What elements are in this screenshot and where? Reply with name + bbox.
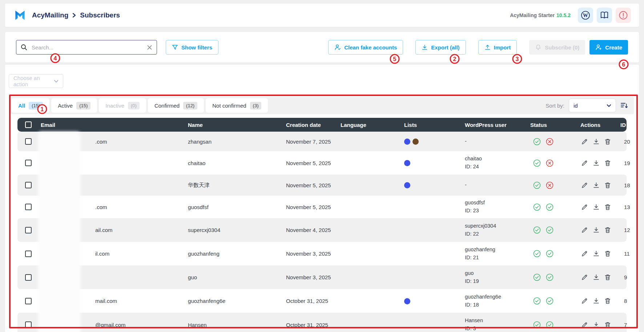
column-header-creation-date: Creation date (285, 122, 339, 128)
name-cell: Hansen (186, 322, 285, 328)
export-subscriber-icon (593, 274, 600, 281)
breadcrumb: AcyMailing Subscribers (32, 11, 120, 19)
search-input[interactable] (31, 44, 143, 51)
tab-active[interactable]: Active(15) (51, 98, 97, 113)
subscribe-button[interactable]: Subscribe (0) (529, 40, 585, 55)
wordpress-user-id: ID: 24 (465, 163, 529, 171)
tab-label: Inactive (105, 103, 124, 109)
row-checkbox[interactable] (25, 204, 32, 210)
breadcrumb-app[interactable]: AcyMailing (32, 11, 68, 19)
export-subscriber-icon (593, 138, 600, 145)
tab-not-confirmed[interactable]: Not confirmed(3) (206, 98, 268, 113)
row-checkbox[interactable] (25, 227, 32, 233)
row-checkbox[interactable] (25, 321, 32, 328)
clear-search-icon[interactable] (147, 45, 152, 50)
edit-button[interactable] (581, 321, 588, 328)
actions-cell (579, 204, 619, 211)
export-subscriber-button[interactable] (593, 297, 600, 304)
delete-button[interactable] (604, 182, 611, 189)
tab-inactive[interactable]: Inactive(0) (99, 98, 146, 113)
tab-count-badge: (12) (183, 102, 197, 109)
delete-button[interactable] (604, 250, 611, 257)
row-checkbox-cell (17, 227, 39, 233)
status-confirmed-icon (533, 297, 541, 305)
clean-fake-accounts-button[interactable]: Clean fake accounts (328, 40, 403, 55)
email-visible-fragment: .com (41, 204, 107, 210)
export-subscriber-button[interactable] (593, 227, 600, 233)
select-all-checkbox[interactable] (25, 121, 32, 128)
export-subscriber-button[interactable] (593, 182, 600, 189)
page-header: AcyMailing Subscribers AcyMailing Starte… (5, 4, 639, 27)
creation-date-cell: November 5, 2025 (285, 160, 339, 166)
export-subscriber-icon (593, 160, 600, 167)
creation-date-cell: November 5, 2025 (285, 204, 339, 210)
row-checkbox[interactable] (25, 138, 32, 145)
import-button[interactable]: Import (478, 40, 517, 55)
list-dot-blue[interactable] (404, 298, 410, 304)
tab-confirmed[interactable]: Confirmed(12) (148, 98, 204, 113)
list-dot-blue[interactable] (404, 160, 410, 166)
edit-button[interactable] (581, 227, 588, 233)
name-cell: 华数天津 (186, 182, 285, 189)
tab-count-badge: (15) (76, 102, 90, 109)
row-checkbox[interactable] (25, 160, 32, 166)
edit-button[interactable] (581, 250, 588, 257)
name-cell: chaitao (186, 160, 285, 166)
export-subscriber-button[interactable] (593, 250, 600, 257)
export-button[interactable]: Export (all) (415, 40, 466, 55)
delete-button[interactable] (604, 321, 611, 328)
row-checkbox[interactable] (25, 274, 32, 281)
create-button[interactable]: Create (589, 40, 628, 55)
delete-button[interactable] (604, 204, 611, 211)
acymailing-logo (13, 8, 27, 22)
row-checkbox-cell (17, 251, 39, 257)
sort-direction-icon[interactable] (620, 102, 628, 109)
delete-icon (604, 182, 611, 189)
edit-button[interactable] (581, 274, 588, 281)
edit-icon (581, 227, 588, 233)
documentation-book-icon (600, 11, 609, 20)
row-checkbox[interactable] (25, 182, 32, 188)
creation-date-cell: October 31, 2025 (285, 322, 339, 328)
delete-button[interactable] (604, 297, 611, 304)
status-refused-icon (546, 159, 554, 167)
status-cell (529, 181, 579, 189)
wordpress-user-name: guo (465, 269, 529, 277)
show-filters-button[interactable]: Show filters (166, 40, 218, 55)
row-checkbox[interactable] (25, 251, 32, 257)
export-subscriber-button[interactable] (593, 138, 600, 145)
wordpress-user-cell: supercxj0304ID: 22 (463, 222, 529, 238)
documentation-button[interactable] (597, 8, 612, 23)
list-dot-brown[interactable] (412, 139, 419, 145)
row-checkbox[interactable] (25, 298, 32, 304)
list-dot-blue[interactable] (404, 139, 410, 145)
export-subscriber-button[interactable] (593, 321, 600, 328)
edit-button[interactable] (581, 182, 588, 189)
status-confirmed-icon (533, 138, 541, 145)
wordpress-user-name: supercxj0304 (465, 222, 529, 230)
delete-button[interactable] (604, 274, 611, 281)
export-subscriber-button[interactable] (593, 274, 600, 281)
wordpress-button[interactable]: W (578, 8, 593, 23)
status-confirmed-icon (533, 226, 541, 234)
edit-button[interactable] (581, 160, 588, 167)
export-subscriber-button[interactable] (593, 160, 600, 167)
edit-button[interactable] (581, 297, 588, 304)
filter-funnel-icon (172, 44, 178, 51)
delete-button[interactable] (604, 160, 611, 167)
id-cell: 13 (619, 204, 635, 210)
list-dot-blue[interactable] (404, 182, 410, 188)
export-subscriber-icon (593, 250, 600, 257)
delete-button[interactable] (604, 227, 611, 233)
row-checkbox-cell (17, 321, 39, 328)
export-subscriber-button[interactable] (593, 204, 600, 211)
sort-field-select[interactable]: id (569, 99, 616, 112)
bulk-action-select[interactable]: Choose an action (9, 74, 63, 88)
status-confirmed-icon (533, 203, 541, 211)
edit-button[interactable] (581, 204, 588, 211)
delete-button[interactable] (604, 138, 611, 145)
status-confirmed-icon (546, 321, 554, 329)
alerts-button[interactable] (616, 8, 631, 23)
edit-button[interactable] (581, 138, 588, 145)
lists-cell (403, 138, 463, 145)
